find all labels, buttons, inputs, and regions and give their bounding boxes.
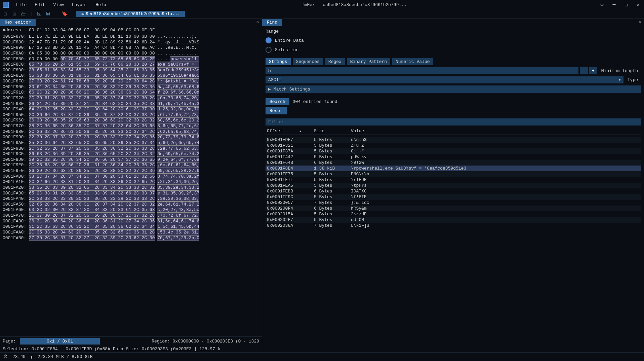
page-label: Page: <box>3 339 16 344</box>
radio-selection[interactable]: Selection <box>266 46 641 53</box>
result-row[interactable]: 0x0001FEBB6 BytesIDATXG <box>266 188 641 194</box>
hex-row[interactable]: 0001FA80: 36 31 2C 36 64 2C 36 34 2C 36 … <box>3 219 259 224</box>
memory-value: 223.84 MiB / 8.00 GiB <box>38 354 93 359</box>
result-row[interactable]: 0x0001FEA55 Bytes\tpHYs <box>266 183 641 188</box>
hex-dump[interactable]: 0001F870: EE E6 7E EE E8 9E EE EA BE EE … <box>0 34 262 336</box>
hex-row[interactable]: 0001FA20: 33 35 2C 33 39 2C 32 65 2C 33 … <box>3 185 259 191</box>
result-row[interactable]: 0x0001FE755 BytesPNG\r\n <box>266 171 641 177</box>
min-length-input[interactable]: 5 <box>266 67 578 74</box>
result-row[interactable]: 0x0002015A5 Bytes2\rzdP <box>266 211 641 217</box>
hex-row[interactable]: 0001F8F0: 27 3B 20 24 61 74 78 68 69 20 … <box>3 79 259 84</box>
hex-row[interactable]: 0001FA00: 38 2C 37 34 2C 37 34 2C 37 30 … <box>3 174 259 180</box>
hex-row[interactable]: 0001F8A0: 8A 05 00 00 00 00 00 00 00 00 … <box>3 51 259 57</box>
hex-row[interactable]: 0001FA30: 65 2C 33 31 2C 33 35 2C 33 39 … <box>3 191 259 196</box>
hex-row[interactable]: 0001F9A0: 35 2C 36 64 2C 32 65 2C 36 65 … <box>3 140 259 146</box>
result-row[interactable]: 0x000202E75 BytescU`CM <box>266 217 641 223</box>
page-slider[interactable]: 0x1 / 0x01 <box>20 338 100 345</box>
tab-numeric-value[interactable]: Numeric Value <box>392 58 433 65</box>
menu-view[interactable]: View <box>50 2 67 8</box>
hex-row[interactable]: 0001F940: 64 2C 32 35 2C 33 32 2C 30 64 … <box>3 107 259 112</box>
hex-row[interactable]: 0001FAA0: 2C 35 33 2C 34 63 2C 33 35 2C … <box>3 230 259 236</box>
bookmark-icon[interactable]: 🔖 <box>62 11 68 17</box>
filter-input[interactable]: Filter <box>266 118 641 125</box>
col-size[interactable]: Size <box>314 129 351 134</box>
result-row[interactable]: 0x0001F3215 BytesZ+u Z <box>266 143 641 148</box>
hex-row[interactable]: 0001FA50: 32 65 2C 36 34 2C 36 31 2C 37 … <box>3 202 259 208</box>
app-logo-icon <box>3 2 9 8</box>
result-row[interactable]: 0x000200F46 ByteshRSy&m <box>266 206 641 211</box>
new-file-icon[interactable]: 🗋 <box>3 11 8 17</box>
menu-layout[interactable]: Layout <box>69 2 91 8</box>
result-row[interactable]: 0x0001EDE75 Bytesu\n:n$ <box>266 137 641 143</box>
match-settings-toggle[interactable]: ▶ Match Settings <box>266 85 641 93</box>
hex-row[interactable]: 0001F9F0: 36 39 2C 36 63 2C 36 35 2C 32 … <box>3 168 259 174</box>
tab-binary-pattern[interactable]: Binary Pattern <box>347 58 390 65</box>
save-as-icon[interactable]: 🖬 <box>46 11 51 17</box>
hex-row[interactable]: 0001F8C0: 65 78 65 20 24 61 55 33 59 73 … <box>3 62 259 68</box>
file-tab[interactable]: ca9ed818a8decbefc8f9661b2e7995a9e1a... <box>76 11 185 17</box>
type-select[interactable]: ASCII ▼ <box>266 76 623 83</box>
col-offset[interactable]: Offset▲ <box>267 129 314 134</box>
hex-row[interactable]: 0001F8E0: 35 33 38 36 66 31 39 35 31 36 … <box>3 73 259 79</box>
hex-row[interactable]: 0001F960: 36 38 2C 36 35 2C 36 63 2C 36 … <box>3 118 259 123</box>
tab-strings[interactable]: Strings <box>266 58 291 65</box>
result-row[interactable]: 0x0001FF9C5 Bytes\f!8IE <box>266 194 641 200</box>
panel-close-icon[interactable]: × <box>256 20 259 25</box>
hex-row[interactable]: 0001FA70: 2C 37 30 2C 37 32 2C 36 66 2C … <box>3 213 259 219</box>
hex-row[interactable]: 0001F8D0: 38 65 61 66 63 64 65 33 35 39 … <box>3 68 259 73</box>
increment-button[interactable]: + <box>589 67 597 74</box>
hex-row[interactable]: 0001F880: 22 A7 FB 71 79 0F 0B 4A BB 13 … <box>3 40 259 45</box>
hex-row[interactable]: 0001F910: 66 2C 32 30 2C 36 66 2C 36 36 … <box>3 90 259 96</box>
open-file-icon[interactable]: 🗎 <box>12 11 17 17</box>
menu-edit[interactable]: Edit <box>31 2 48 8</box>
smiley-icon[interactable]: ☺ <box>599 2 605 8</box>
hex-row[interactable]: 0001F990: 32 30 2C 37 33 2C 37 39 2C 37 … <box>3 135 259 140</box>
maximize-icon[interactable]: ☐ <box>623 2 629 8</box>
fps-value: 23.49 <box>12 354 26 359</box>
results-list[interactable]: 0x0001EDE75 Bytesu\n:n$0x0001F3215 Bytes… <box>266 137 641 228</box>
result-row[interactable]: 0x0001F64B6 Bytes >9!2w <box>266 160 641 166</box>
hex-row[interactable]: 0001F930: 36 31 2C 37 39 2C 37 31 2C 34 … <box>3 101 259 107</box>
result-row[interactable]: 0x0001F4425 Bytespd%!\v <box>266 154 641 160</box>
hex-row[interactable]: 0001F8B0: 00 00 00 00 0D 70 6F 77 65 72 … <box>3 57 259 62</box>
menu-file[interactable]: File <box>13 2 30 8</box>
radio-entire-data[interactable]: Entire Data <box>266 37 641 44</box>
find-tab[interactable]: Find <box>262 19 282 26</box>
hex-row[interactable]: 0001F890: E7 16 E3 BD 65 26 11 45 A4 C4 … <box>3 45 259 51</box>
hex-editor-tab[interactable]: Hex editor <box>0 19 36 26</box>
search-button[interactable]: Search <box>266 98 289 105</box>
result-row[interactable]: 0x000200577 Bytes}:&'ldc <box>266 200 641 206</box>
decrement-button[interactable]: - <box>580 67 588 74</box>
hex-row[interactable]: 0001FA90: 31 2C 35 63 2C 36 31 2C 34 35 … <box>3 224 259 230</box>
hex-row[interactable]: 0001FA60: 63 2C 32 30 2C 32 37 2C 34 33 … <box>3 207 259 213</box>
save-icon[interactable]: 🖫 <box>37 11 42 17</box>
hex-row[interactable]: 0001F9E0: 2C 36 63 2C 36 66 2C 36 31 2C … <box>3 163 259 168</box>
hex-row[interactable]: 0001F900: 30 61 2C 34 30 2C 36 35 2C 36 … <box>3 84 259 90</box>
hex-row[interactable]: 0001F950: 2C 36 66 2C 37 37 2C 36 35 2C … <box>3 112 259 118</box>
hex-row[interactable]: 0001FAB0: 37 30 2C 36 37 2C 32 37 2C 32 … <box>3 236 259 241</box>
col-value[interactable]: Value <box>351 129 639 134</box>
hex-row[interactable]: 0001F9B0: 2C 32 65 2C 37 37 2C 36 35 2C … <box>3 146 259 152</box>
result-row[interactable]: 0x0001F8B41.38 kiB\rpowershell.exe $aU3Y… <box>266 166 641 171</box>
reset-button[interactable]: Reset <box>266 107 287 114</box>
tab-regex[interactable]: Regex <box>325 58 345 65</box>
hex-row[interactable]: 0001FA40: 2C 33 38 2C 33 30 2C 33 36 2C … <box>3 196 259 202</box>
open-folder-icon[interactable]: 🗁 <box>21 11 26 17</box>
tab-sequences[interactable]: Sequences <box>293 58 323 65</box>
hex-row[interactable]: 0001F980: 2C 36 32 2C 36 61 2C 36 35 2C … <box>3 129 259 135</box>
result-row[interactable]: 0x0002038A7 BytesL\kiF]u <box>266 223 641 228</box>
hex-row[interactable]: 0001FA10: 2C 32 66 2C 33 31 2C 33 34 2C … <box>3 179 259 185</box>
minimize-icon[interactable]: — <box>611 2 617 8</box>
range-label: Range <box>266 28 641 35</box>
find-close-icon[interactable]: × <box>638 20 641 25</box>
hex-row[interactable]: 0001F9C0: 36 63 2C 36 39 2C 36 35 2C 36 … <box>3 151 259 157</box>
play-icon: ▶ <box>268 86 271 92</box>
close-icon[interactable]: ✕ <box>635 2 641 8</box>
hex-row[interactable]: 0001F870: EE E6 7E EE E8 9E EE EA BE EE … <box>3 34 259 40</box>
hex-row[interactable]: 0001F9D0: 39 2C 32 65 2C 36 34 2C 36 66 … <box>3 157 259 163</box>
result-row[interactable]: 0x0001FE7F5 Bytes\rIHDR <box>266 177 641 183</box>
result-row[interactable]: 0x0001F37A5 BytesOj,~" <box>266 148 641 154</box>
hex-row[interactable]: 0001F920: 2C 30 61 2C 37 33 2C 36 35 2C … <box>3 96 259 101</box>
menu-help[interactable]: Help <box>92 2 109 8</box>
hex-row[interactable]: 0001F970: 38 2C 36 65 2C 36 35 2C 37 37 … <box>3 123 259 129</box>
